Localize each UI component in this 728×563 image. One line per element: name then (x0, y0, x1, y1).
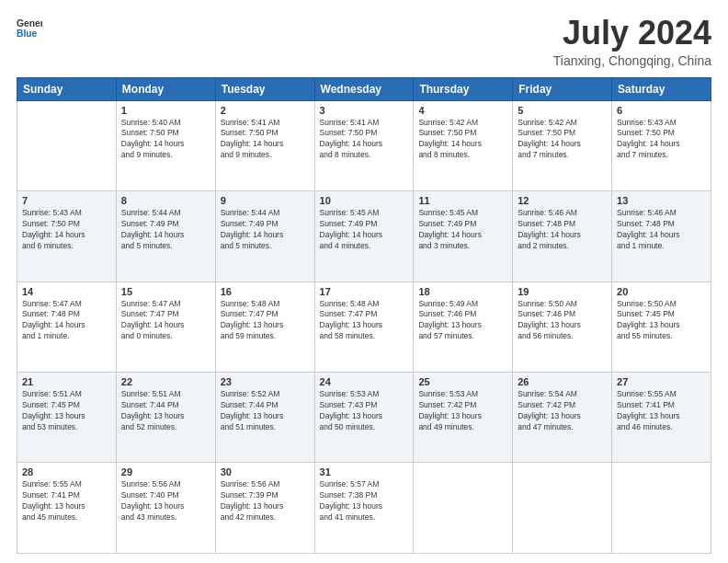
calendar-cell: 28Sunrise: 5:55 AM Sunset: 7:41 PM Dayli… (17, 463, 117, 554)
calendar-cell: 22Sunrise: 5:51 AM Sunset: 7:44 PM Dayli… (116, 373, 215, 463)
logo: General Blue (17, 15, 42, 40)
calendar-cell: 30Sunrise: 5:56 AM Sunset: 7:39 PM Dayli… (215, 463, 314, 554)
calendar-cell: 1Sunrise: 5:40 AM Sunset: 7:50 PM Daylig… (116, 100, 215, 190)
day-info: Sunrise: 5:48 AM Sunset: 7:47 PM Dayligh… (320, 299, 409, 343)
calendar-cell: 8Sunrise: 5:44 AM Sunset: 7:49 PM Daylig… (116, 191, 215, 282)
day-info: Sunrise: 5:53 AM Sunset: 7:43 PM Dayligh… (320, 389, 409, 433)
day-number: 3 (320, 105, 409, 116)
day-info: Sunrise: 5:43 AM Sunset: 7:50 PM Dayligh… (617, 118, 706, 162)
day-info: Sunrise: 5:56 AM Sunset: 7:40 PM Dayligh… (121, 479, 210, 523)
page: General Blue July 2024 Tianxing, Chongqi… (0, 0, 728, 563)
calendar-cell: 7Sunrise: 5:43 AM Sunset: 7:50 PM Daylig… (17, 191, 117, 282)
day-info: Sunrise: 5:45 AM Sunset: 7:49 PM Dayligh… (418, 208, 507, 252)
calendar-cell: 12Sunrise: 5:46 AM Sunset: 7:48 PM Dayli… (513, 191, 612, 282)
calendar-cell: 4Sunrise: 5:42 AM Sunset: 7:50 PM Daylig… (414, 100, 513, 190)
day-info: Sunrise: 5:41 AM Sunset: 7:50 PM Dayligh… (320, 118, 409, 162)
day-info: Sunrise: 5:46 AM Sunset: 7:48 PM Dayligh… (617, 208, 706, 252)
day-info: Sunrise: 5:44 AM Sunset: 7:49 PM Dayligh… (221, 208, 310, 252)
header: General Blue July 2024 Tianxing, Chongqi… (17, 15, 711, 68)
day-info: Sunrise: 5:42 AM Sunset: 7:50 PM Dayligh… (418, 118, 507, 162)
day-number: 26 (518, 376, 607, 387)
day-info: Sunrise: 5:46 AM Sunset: 7:48 PM Dayligh… (518, 208, 607, 252)
calendar-cell: 2Sunrise: 5:41 AM Sunset: 7:50 PM Daylig… (215, 100, 314, 190)
day-number: 12 (518, 195, 607, 206)
day-info: Sunrise: 5:48 AM Sunset: 7:47 PM Dayligh… (221, 299, 310, 343)
day-info: Sunrise: 5:50 AM Sunset: 7:46 PM Dayligh… (518, 299, 607, 343)
calendar-cell: 16Sunrise: 5:48 AM Sunset: 7:47 PM Dayli… (215, 282, 314, 372)
calendar-cell: 21Sunrise: 5:51 AM Sunset: 7:45 PM Dayli… (17, 373, 117, 463)
day-number: 17 (320, 286, 409, 297)
weekday-monday: Monday (116, 77, 215, 100)
calendar-cell (513, 463, 612, 554)
day-number: 25 (418, 376, 507, 387)
day-number: 11 (418, 195, 507, 206)
calendar-cell (17, 100, 117, 190)
calendar-cell: 10Sunrise: 5:45 AM Sunset: 7:49 PM Dayli… (314, 191, 414, 282)
month-title: July 2024 (553, 15, 711, 52)
weekday-header-row: SundayMondayTuesdayWednesdayThursdayFrid… (17, 77, 711, 100)
day-number: 6 (617, 105, 706, 116)
calendar-table: SundayMondayTuesdayWednesdayThursdayFrid… (17, 77, 711, 554)
calendar-cell: 3Sunrise: 5:41 AM Sunset: 7:50 PM Daylig… (314, 100, 414, 190)
day-number: 8 (121, 195, 210, 206)
weekday-sunday: Sunday (17, 77, 117, 100)
day-number: 23 (221, 376, 310, 387)
calendar-week-5: 28Sunrise: 5:55 AM Sunset: 7:41 PM Dayli… (17, 463, 711, 554)
day-number: 10 (320, 195, 409, 206)
day-number: 24 (320, 376, 409, 387)
title-block: July 2024 Tianxing, Chongqing, China (553, 15, 711, 68)
calendar-cell: 11Sunrise: 5:45 AM Sunset: 7:49 PM Dayli… (414, 191, 513, 282)
day-number: 2 (221, 105, 310, 116)
day-number: 27 (617, 376, 706, 387)
day-number: 18 (418, 286, 507, 297)
day-info: Sunrise: 5:51 AM Sunset: 7:45 PM Dayligh… (22, 389, 111, 433)
calendar-cell (414, 463, 513, 554)
day-number: 5 (518, 105, 607, 116)
calendar-cell: 20Sunrise: 5:50 AM Sunset: 7:45 PM Dayli… (612, 282, 711, 372)
calendar-cell: 31Sunrise: 5:57 AM Sunset: 7:38 PM Dayli… (314, 463, 414, 554)
day-info: Sunrise: 5:56 AM Sunset: 7:39 PM Dayligh… (221, 479, 310, 523)
weekday-thursday: Thursday (414, 77, 513, 100)
day-info: Sunrise: 5:47 AM Sunset: 7:48 PM Dayligh… (22, 299, 111, 343)
calendar-cell: 15Sunrise: 5:47 AM Sunset: 7:47 PM Dayli… (116, 282, 215, 372)
day-number: 13 (617, 195, 706, 206)
logo-icon: General Blue (17, 15, 42, 40)
day-info: Sunrise: 5:47 AM Sunset: 7:47 PM Dayligh… (121, 299, 210, 343)
calendar-cell: 19Sunrise: 5:50 AM Sunset: 7:46 PM Dayli… (513, 282, 612, 372)
day-number: 19 (518, 286, 607, 297)
calendar-week-4: 21Sunrise: 5:51 AM Sunset: 7:45 PM Dayli… (17, 373, 711, 463)
calendar-week-1: 1Sunrise: 5:40 AM Sunset: 7:50 PM Daylig… (17, 100, 711, 190)
calendar-week-3: 14Sunrise: 5:47 AM Sunset: 7:48 PM Dayli… (17, 282, 711, 372)
day-number: 4 (418, 105, 507, 116)
svg-text:Blue: Blue (17, 29, 38, 39)
calendar-cell: 17Sunrise: 5:48 AM Sunset: 7:47 PM Dayli… (314, 282, 414, 372)
day-info: Sunrise: 5:41 AM Sunset: 7:50 PM Dayligh… (221, 118, 310, 162)
day-number: 31 (320, 466, 409, 477)
day-number: 15 (121, 286, 210, 297)
day-number: 29 (121, 466, 210, 477)
day-number: 22 (121, 376, 210, 387)
day-info: Sunrise: 5:55 AM Sunset: 7:41 PM Dayligh… (22, 479, 111, 523)
weekday-tuesday: Tuesday (215, 77, 314, 100)
calendar-cell: 6Sunrise: 5:43 AM Sunset: 7:50 PM Daylig… (612, 100, 711, 190)
calendar-cell: 23Sunrise: 5:52 AM Sunset: 7:44 PM Dayli… (215, 373, 314, 463)
day-info: Sunrise: 5:43 AM Sunset: 7:50 PM Dayligh… (22, 208, 111, 252)
calendar-cell: 14Sunrise: 5:47 AM Sunset: 7:48 PM Dayli… (17, 282, 117, 372)
calendar-cell: 25Sunrise: 5:53 AM Sunset: 7:42 PM Dayli… (414, 373, 513, 463)
location: Tianxing, Chongqing, China (553, 53, 711, 68)
day-number: 20 (617, 286, 706, 297)
day-number: 16 (221, 286, 310, 297)
day-number: 21 (22, 376, 111, 387)
day-info: Sunrise: 5:40 AM Sunset: 7:50 PM Dayligh… (121, 118, 210, 162)
day-info: Sunrise: 5:57 AM Sunset: 7:38 PM Dayligh… (320, 479, 409, 523)
calendar-cell: 9Sunrise: 5:44 AM Sunset: 7:49 PM Daylig… (215, 191, 314, 282)
calendar-cell: 26Sunrise: 5:54 AM Sunset: 7:42 PM Dayli… (513, 373, 612, 463)
calendar-body: 1Sunrise: 5:40 AM Sunset: 7:50 PM Daylig… (17, 100, 711, 553)
calendar-cell: 27Sunrise: 5:55 AM Sunset: 7:41 PM Dayli… (612, 373, 711, 463)
weekday-saturday: Saturday (612, 77, 711, 100)
calendar-cell: 13Sunrise: 5:46 AM Sunset: 7:48 PM Dayli… (612, 191, 711, 282)
calendar-cell: 29Sunrise: 5:56 AM Sunset: 7:40 PM Dayli… (116, 463, 215, 554)
day-info: Sunrise: 5:52 AM Sunset: 7:44 PM Dayligh… (221, 389, 310, 433)
day-number: 9 (221, 195, 310, 206)
calendar-cell (612, 463, 711, 554)
